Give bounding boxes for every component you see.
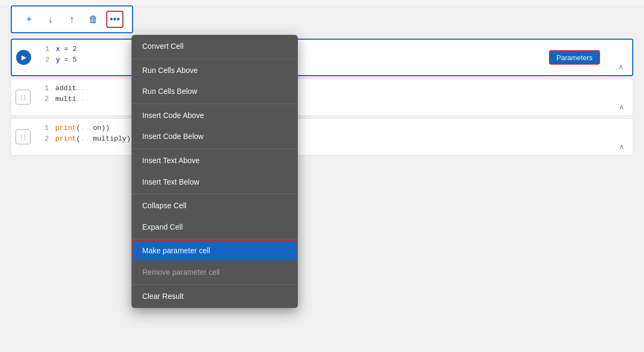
ellipsis-icon: ••• <box>110 14 120 25</box>
menu-item-make-parameter-cell[interactable]: Make parameter cell <box>131 240 298 262</box>
menu-item-collapse-cell[interactable]: Collapse Cell <box>131 195 298 217</box>
line-numbers-2: 1 2 <box>35 79 51 115</box>
arrow-down-icon: ↓ <box>48 14 53 25</box>
menu-item-convert-cell[interactable]: Convert Cell <box>131 36 298 57</box>
run-empty-icon-3: [ ] <box>16 129 31 144</box>
menu-item-insert-text-below[interactable]: Insert Text Below <box>131 172 298 193</box>
menu-item-run-cells-below[interactable]: Run Cells Below <box>131 81 298 102</box>
menu-item-insert-code-below[interactable]: Insert Code Below <box>131 126 298 148</box>
line-numbers-1: 1 2 <box>35 40 52 75</box>
more-options-button[interactable]: ••• <box>106 11 123 28</box>
collapse-chevron-3[interactable]: ∧ <box>619 142 624 151</box>
move-up-button[interactable]: ↑ <box>63 11 80 28</box>
collapse-chevron-2[interactable]: ∧ <box>619 102 624 111</box>
delete-cell-button[interactable]: 🗑 <box>85 11 102 28</box>
add-cell-button[interactable]: + <box>20 11 38 28</box>
cells-area: ▶ 1 2 x = 2 y = 5 Parameters ∧ [ ] 1 2 <box>0 39 644 156</box>
line-numbers-3: 1 2 <box>35 119 51 155</box>
move-down-button[interactable]: ↓ <box>42 11 59 28</box>
menu-group-4: Insert Text Above Insert Text Below <box>131 149 298 194</box>
run-button-3[interactable]: [ ] <box>11 119 35 155</box>
run-circle-icon: ▶ <box>16 50 31 65</box>
cell-toolbar: + ↓ ↑ 🗑 ••• <box>11 5 133 33</box>
trash-icon: 🗑 <box>89 14 98 25</box>
menu-group-5: Collapse Cell Expand Cell <box>131 194 298 239</box>
cell-1: ▶ 1 2 x = 2 y = 5 Parameters ∧ <box>11 39 633 76</box>
menu-group-6: Make parameter cell Remove parameter cel… <box>131 239 298 284</box>
collapse-chevron-1[interactable]: ∧ <box>618 62 624 71</box>
menu-group-3: Insert Code Above Insert Code Below <box>131 104 298 149</box>
notebook-container: + ↓ ↑ 🗑 ••• ▶ 1 2 x = 2 y = 5 <box>0 5 644 352</box>
menu-group-7: Clear Result <box>131 284 298 309</box>
context-menu: Convert Cell Run Cells Above Run Cells B… <box>131 35 298 308</box>
run-button-2[interactable]: [ ] <box>11 79 35 115</box>
cell-2: [ ] 1 2 addit... multi... ∧ <box>11 78 633 116</box>
menu-item-insert-code-above[interactable]: Insert Code Above <box>131 105 298 127</box>
cell-3: [ ] 1 2 print(...on)) print(...multiply)… <box>11 118 633 156</box>
menu-item-expand-cell[interactable]: Expand Cell <box>131 217 298 238</box>
menu-group-2: Run Cells Above Run Cells Below <box>131 58 298 104</box>
plus-icon: + <box>26 14 32 25</box>
run-empty-icon-2: [ ] <box>16 90 31 105</box>
menu-item-insert-text-above[interactable]: Insert Text Above <box>131 150 298 172</box>
menu-item-clear-result[interactable]: Clear Result <box>131 286 298 307</box>
parameters-badge: Parameters <box>549 50 600 65</box>
menu-item-run-cells-above[interactable]: Run Cells Above <box>131 60 298 82</box>
run-button-1[interactable]: ▶ <box>12 40 35 75</box>
menu-group-1: Convert Cell <box>131 35 298 58</box>
arrow-up-icon: ↑ <box>70 14 75 25</box>
menu-item-remove-parameter-cell[interactable]: Remove parameter cell <box>131 262 298 283</box>
